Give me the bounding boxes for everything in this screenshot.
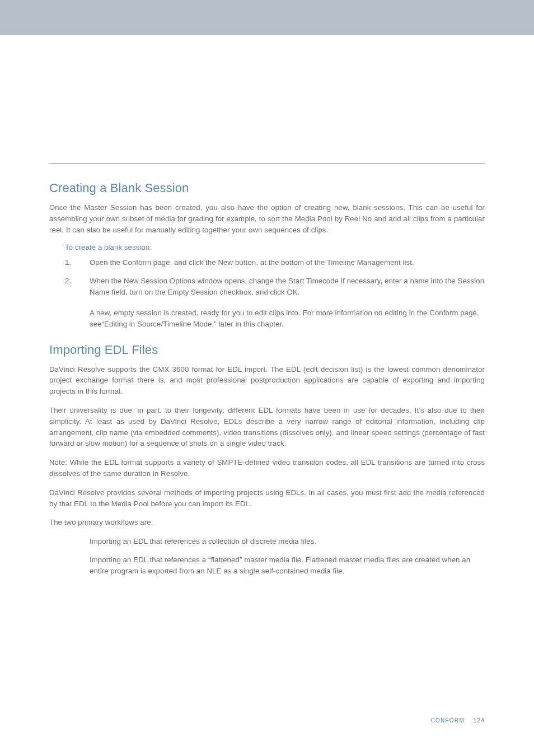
paragraph: DaVinci Resolve provides several methods… bbox=[49, 487, 485, 510]
step-text: When the New Session Options window open… bbox=[90, 276, 485, 298]
section-heading-importing-edl: Importing EDL Files bbox=[49, 343, 485, 357]
header-band bbox=[0, 0, 534, 35]
step-number: 1. bbox=[65, 257, 90, 268]
step-note: A new, empty session is created, ready f… bbox=[90, 307, 485, 330]
paragraph-note: Note: While the EDL format supports a va… bbox=[49, 457, 485, 479]
page-footer: CONFORM 124 bbox=[431, 717, 485, 724]
step-item: 2. When the New Session Options window o… bbox=[65, 276, 485, 298]
footer-section-label: CONFORM bbox=[431, 717, 465, 724]
footer-page-number: 124 bbox=[474, 717, 485, 724]
step-number: 2. bbox=[65, 276, 90, 298]
subhead-create-blank-session: To create a blank session: bbox=[65, 243, 485, 251]
section-heading-creating-blank-session: Creating a Blank Session bbox=[49, 181, 485, 195]
page-content: Creating a Blank Session Once the Master… bbox=[0, 35, 534, 577]
steps-list: 1. Open the Conform page, and click the … bbox=[65, 257, 485, 298]
step-item: 1. Open the Conform page, and click the … bbox=[65, 257, 485, 268]
paragraph: DaVinci Resolve supports the CMX 3600 fo… bbox=[49, 364, 485, 397]
workflow-item: Importing an EDL that references a colle… bbox=[90, 536, 485, 547]
paragraph: Their universality is due, in part, to t… bbox=[49, 405, 485, 449]
step-text: Open the Conform page, and click the New… bbox=[90, 257, 485, 268]
workflow-list: Importing an EDL that references a colle… bbox=[90, 536, 485, 577]
paragraph-lead-in: The two primary workflows are: bbox=[49, 517, 485, 528]
intro-paragraph: Once the Master Session has been created… bbox=[49, 202, 485, 235]
workflow-item: Importing an EDL that references a “flat… bbox=[90, 554, 485, 577]
horizontal-rule bbox=[49, 164, 485, 164]
